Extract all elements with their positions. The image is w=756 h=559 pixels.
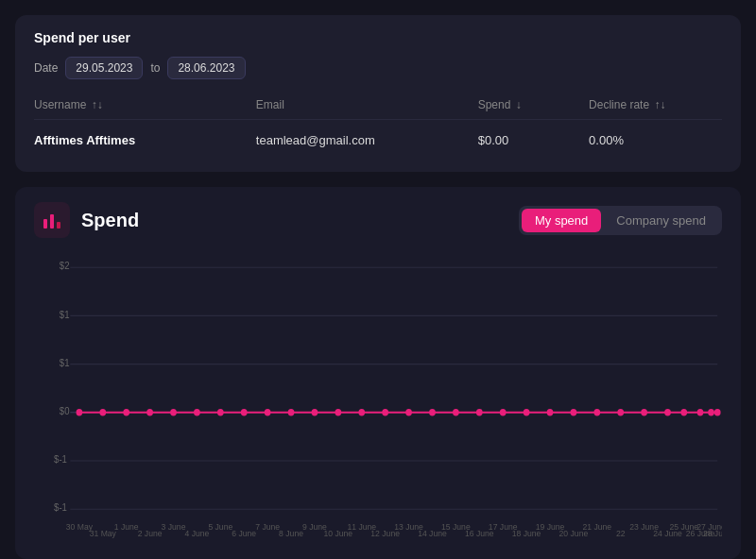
date-to-label: to xyxy=(150,61,160,75)
table-header: Username ↑↓ Email Spend ↓ Decline rate ↑… xyxy=(34,94,722,120)
spend-per-user-card: Spend per user Date 29.05.2023 to 28.06.… xyxy=(15,15,741,172)
dot-8 xyxy=(265,409,271,415)
col-spend[interactable]: Spend ↓ xyxy=(478,98,589,111)
dot-13 xyxy=(382,409,388,415)
dot-20 xyxy=(547,409,554,415)
dot-19 xyxy=(524,409,530,415)
x-label-22: 21 June xyxy=(582,521,611,532)
dot-22 xyxy=(593,409,600,415)
dot-18 xyxy=(500,409,507,415)
dot-28 xyxy=(708,409,714,415)
chart-title: Spend xyxy=(81,210,139,231)
dot-0 xyxy=(77,409,83,415)
x-label-3: 2 June xyxy=(138,529,163,539)
card-title: Spend per user xyxy=(34,30,722,45)
toggle-group: My spend Company spend xyxy=(519,206,722,235)
chart-header: Spend My spend Company spend xyxy=(34,202,722,238)
y-label-0: $0 xyxy=(60,405,70,416)
dot-24 xyxy=(641,409,647,415)
x-label-5: 4 June xyxy=(184,529,209,539)
dot-16 xyxy=(453,409,459,415)
date-from[interactable]: 29.05.2023 xyxy=(65,57,143,79)
svg-rect-1 xyxy=(50,214,54,229)
chart-section: Spend My spend Company spend $2 $1 $1 xyxy=(15,187,741,559)
x-label-9: 8 June xyxy=(279,529,303,539)
x-label-1: 31 May xyxy=(90,529,117,539)
dot-14 xyxy=(405,409,412,415)
col-decline-rate[interactable]: Decline rate ↑↓ xyxy=(589,98,722,111)
y-label-neg1b: $-1 xyxy=(54,502,67,514)
dot-17 xyxy=(476,409,483,415)
y-label-1b: $1 xyxy=(60,357,70,368)
y-label-neg1a: $-1 xyxy=(54,454,67,466)
date-label: Date xyxy=(34,61,58,75)
x-label-23: 22 xyxy=(616,529,626,539)
dot-2 xyxy=(123,409,129,415)
dot-29 xyxy=(714,409,721,415)
email-cell: teamlead@gmail.com xyxy=(256,133,478,147)
date-to[interactable]: 28.06.2023 xyxy=(167,57,245,79)
svg-rect-0 xyxy=(43,219,47,229)
x-label-7: 6 June xyxy=(232,529,256,539)
chart-icon-container xyxy=(34,202,70,238)
y-label-1a: $1 xyxy=(60,309,70,320)
dot-4 xyxy=(170,409,177,415)
x-label-2: 1 June xyxy=(114,521,139,532)
company-spend-toggle[interactable]: Company spend xyxy=(603,209,719,232)
spend-chart: $2 $1 $1 $0 $-1 $-1 xyxy=(34,249,722,551)
col-email[interactable]: Email xyxy=(256,98,478,111)
dot-10 xyxy=(312,409,318,415)
date-filter: Date 29.05.2023 to 28.06.2023 xyxy=(34,57,722,79)
col-username[interactable]: Username ↑↓ xyxy=(34,98,256,111)
dot-1 xyxy=(99,409,106,415)
dot-27 xyxy=(697,409,704,415)
dot-11 xyxy=(335,409,342,415)
my-spend-toggle[interactable]: My spend xyxy=(522,209,601,232)
dot-25 xyxy=(664,409,671,415)
dot-26 xyxy=(680,409,687,415)
table-row: Afftimes Afftimes teamlead@gmail.com $0.… xyxy=(34,124,722,157)
dot-7 xyxy=(241,409,248,415)
dot-12 xyxy=(358,409,365,415)
page-wrapper: Spend per user Date 29.05.2023 to 28.06.… xyxy=(0,0,756,559)
spend-cell: $0.00 xyxy=(478,133,589,147)
dot-6 xyxy=(217,409,224,415)
chart-title-area: Spend xyxy=(34,202,139,238)
x-label-6: 5 June xyxy=(208,521,232,532)
dot-5 xyxy=(194,409,200,415)
dot-23 xyxy=(617,409,624,415)
dot-21 xyxy=(571,409,577,415)
x-label-8: 7 June xyxy=(255,521,280,532)
y-label-2: $2 xyxy=(60,261,70,272)
dot-9 xyxy=(288,409,295,415)
dot-15 xyxy=(429,409,436,415)
x-label-29: 28 June xyxy=(703,529,722,539)
username-cell: Afftimes Afftimes xyxy=(34,133,256,147)
bar-chart-icon xyxy=(42,210,62,230)
chart-area: $2 $1 $1 $0 $-1 $-1 xyxy=(34,249,722,551)
decline-rate-cell: 0.00% xyxy=(589,133,722,147)
svg-rect-2 xyxy=(57,222,60,229)
x-label-4: 3 June xyxy=(162,521,186,532)
dot-3 xyxy=(146,409,153,415)
